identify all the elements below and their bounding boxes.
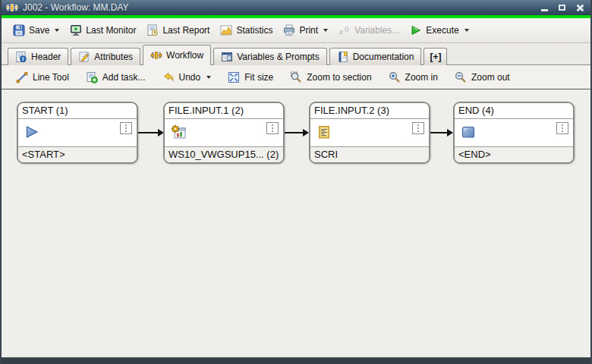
tab-variables-prompts-label: Variables & Prompts	[237, 52, 320, 62]
undo-dropdown-icon[interactable]	[206, 76, 211, 79]
end-stop-icon	[461, 124, 476, 140]
close-icon	[576, 4, 584, 11]
node-start[interactable]: START (1) <START>	[17, 102, 138, 164]
edge-fileinput1-to-fileinput2[interactable]	[285, 132, 304, 133]
ellipsis-icon	[125, 124, 127, 126]
maximize-button[interactable]	[556, 2, 568, 13]
last-report-label: Last Report	[162, 25, 209, 36]
zoom-in-button[interactable]: Zoom in	[385, 69, 442, 86]
undo-icon	[162, 71, 175, 83]
edge-start-to-fileinput1[interactable]	[138, 132, 159, 133]
tab-documentation[interactable]: Documentation	[329, 48, 422, 65]
ellipsis-icon	[562, 124, 563, 126]
node-file-input-2[interactable]: FILE.INPUT.2 (3) SCRI	[309, 102, 430, 164]
monitor-icon	[70, 24, 82, 36]
undo-button[interactable]: Undo	[159, 69, 216, 86]
fit-size-label: Fit size	[244, 72, 273, 83]
start-play-icon	[24, 124, 39, 140]
node-footer: SCRI	[310, 146, 429, 162]
fit-size-button[interactable]: Fit size	[224, 69, 277, 86]
workflow-canvas[interactable]: START (1) <START> FILE.INPUT.1 (2)	[2, 89, 590, 357]
svg-text:(): ()	[345, 25, 349, 32]
node-menu-button[interactable]	[266, 122, 279, 134]
statistics-button[interactable]: Statistics	[215, 22, 278, 39]
workflow-icon	[150, 49, 162, 61]
edge-fileinput2-to-end[interactable]	[430, 132, 448, 133]
save-label: Save	[29, 25, 49, 36]
node-title: FILE.INPUT.2 (3)	[310, 103, 429, 119]
last-monitor-label: Last Monitor	[86, 25, 136, 36]
execute-label: Execute	[426, 25, 458, 36]
tab-attributes[interactable]: Attributes	[71, 48, 140, 65]
add-task-label: Add task...	[102, 72, 146, 83]
fit-size-icon	[228, 71, 240, 83]
undo-label: Undo	[179, 72, 201, 83]
add-task-button[interactable]: Add task...	[82, 69, 150, 86]
svg-text:x: x	[339, 27, 343, 36]
print-label: Print	[299, 25, 318, 36]
save-icon	[13, 24, 25, 36]
execute-icon	[410, 24, 422, 36]
documentation-icon	[337, 51, 349, 63]
header-doc-icon: i	[15, 51, 27, 63]
variables-label: Variables...	[354, 25, 399, 36]
node-body	[165, 119, 283, 146]
tab-workflow-label: Workflow	[166, 50, 203, 61]
report-icon	[146, 24, 159, 36]
window-bottom-edge	[2, 357, 590, 364]
tab-bar: i Header Attributes Workflow	[2, 43, 590, 65]
tab-header-label: Header	[31, 52, 61, 62]
tab-add[interactable]: [+]	[424, 48, 447, 65]
last-monitor-button[interactable]: Last Monitor	[65, 22, 141, 39]
app-window: J002 - Workflow: MM.DAY Save	[0, 0, 592, 364]
script-icon	[316, 124, 332, 140]
tab-workflow[interactable]: Workflow	[143, 45, 211, 65]
minimize-icon	[541, 9, 548, 11]
node-menu-button[interactable]	[412, 122, 424, 134]
node-footer: <END>	[455, 146, 573, 162]
node-file-input-1[interactable]: FILE.INPUT.1 (2) WS	[163, 102, 285, 164]
last-report-button[interactable]: Last Report	[141, 22, 215, 39]
node-title: END (4)	[455, 103, 573, 119]
zoom-to-section-button[interactable]: Zoom to section	[286, 69, 375, 86]
close-button[interactable]	[573, 2, 586, 13]
zoom-in-icon	[389, 71, 401, 83]
variables-icon: x ()	[339, 24, 351, 36]
variables-prompts-icon	[221, 51, 233, 63]
ellipsis-icon	[272, 124, 273, 126]
line-tool-button[interactable]: Line Tool	[12, 69, 73, 86]
print-button[interactable]: Print	[278, 22, 333, 39]
node-body	[18, 119, 137, 146]
tab-documentation-label: Documentation	[353, 52, 414, 62]
execute-dropdown-icon[interactable]	[464, 29, 469, 32]
window-titlebar[interactable]: J002 - Workflow: MM.DAY	[2, 0, 590, 15]
print-dropdown-icon[interactable]	[323, 29, 328, 32]
minimize-button[interactable]	[538, 2, 551, 13]
zoom-in-label: Zoom in	[405, 72, 438, 83]
node-end[interactable]: END (4) <END>	[453, 102, 575, 164]
ellipsis-icon	[417, 124, 419, 126]
node-body	[310, 119, 429, 146]
tab-header[interactable]: i Header	[8, 48, 68, 65]
node-footer: WS10_VWGSUP15... (2)	[165, 146, 283, 162]
node-menu-button[interactable]	[556, 122, 568, 134]
job-gear-icon	[171, 124, 187, 140]
statistics-label: Statistics	[236, 25, 272, 36]
execute-button[interactable]: Execute	[405, 22, 474, 39]
save-dropdown-icon[interactable]	[55, 29, 59, 32]
node-footer: <START>	[18, 146, 137, 162]
node-menu-button[interactable]	[120, 122, 132, 134]
node-title: FILE.INPUT.1 (2)	[165, 103, 283, 119]
save-button[interactable]: Save	[8, 22, 65, 39]
maximize-icon	[559, 5, 565, 11]
line-tool-label: Line Tool	[33, 72, 69, 83]
node-body	[455, 119, 573, 146]
zoom-out-icon	[455, 71, 467, 83]
add-task-icon	[86, 71, 98, 83]
zoom-out-button[interactable]: Zoom out	[451, 69, 514, 86]
tab-variables-prompts[interactable]: Variables & Prompts	[213, 48, 327, 65]
zoom-section-icon	[290, 71, 302, 83]
svg-text:i: i	[22, 56, 24, 61]
node-title: START (1)	[18, 103, 137, 119]
attributes-pencil-icon	[78, 51, 90, 63]
